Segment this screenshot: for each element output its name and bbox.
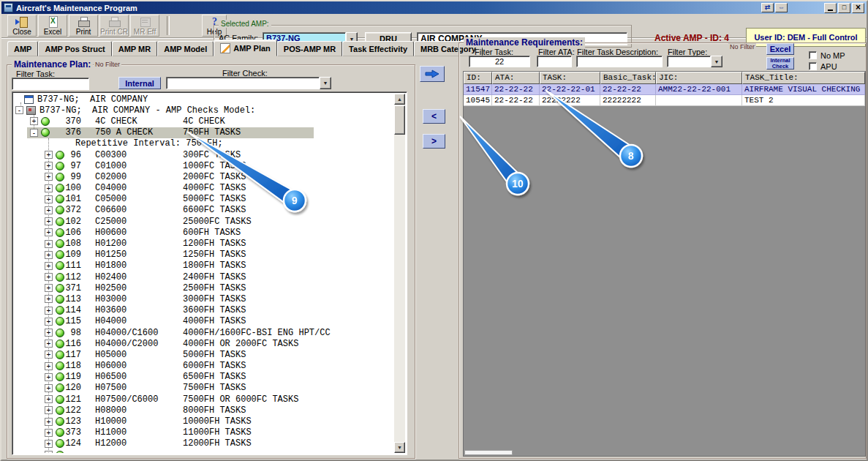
tree-scrollbar[interactable]: ▲ ▼ (394, 94, 405, 453)
tree-task-item[interactable]: 111 H01800 1800FH TASKS (14, 261, 394, 271)
scroll-up-button[interactable]: ▲ (394, 94, 405, 105)
expander-icon[interactable] (45, 406, 53, 414)
expander-icon[interactable] (15, 106, 23, 114)
expander-icon[interactable] (45, 307, 53, 315)
column-header[interactable]: Basic_Task: (600, 72, 656, 84)
tree-task-item[interactable]: 120 H07500 7500FH TASKS (14, 383, 394, 394)
tree-task-item[interactable]: 117 H05000 5000FH TASKS (14, 349, 394, 360)
tree-check-item[interactable]: 370 4C CHECK 4C CHECK (14, 116, 394, 127)
toolbar-button[interactable]: Excel (38, 15, 67, 37)
expander-icon[interactable] (45, 429, 53, 437)
tree-task-item[interactable]: 106 H00600 600FH TASKS (14, 227, 394, 238)
expander-icon[interactable] (45, 173, 53, 181)
expander-icon[interactable] (45, 373, 53, 381)
req-filter-type-dropdown-button[interactable]: ▼ (711, 56, 722, 67)
expander-icon[interactable] (45, 395, 53, 403)
expander-icon[interactable] (45, 217, 53, 225)
close-window-button[interactable]: × (852, 3, 864, 13)
expander-icon[interactable] (45, 295, 53, 303)
tree-task-item[interactable]: 108 H01200 1200FH TASKS (14, 238, 394, 249)
filter-task-input[interactable] (12, 78, 89, 90)
expander-icon[interactable] (45, 362, 53, 370)
tree-task-item[interactable]: 102 C25000 25000FC TASKS (14, 216, 394, 227)
expander-icon[interactable] (45, 440, 53, 448)
req-filter-ata-input[interactable] (537, 56, 572, 67)
no-mp-checkbox[interactable] (809, 51, 817, 59)
tab[interactable]: AMP (7, 41, 38, 56)
column-header[interactable]: JIC: (656, 72, 742, 84)
tree-task-item[interactable]: 122 H08000 8000FH TASKS (14, 405, 394, 416)
tree-task-item[interactable]: 115 H04000 4000FH TASKS (14, 316, 394, 327)
expander-icon[interactable] (45, 240, 53, 248)
tree-root-item[interactable]: B737-NG; AIR COMPANY (14, 94, 394, 105)
column-header[interactable]: TASK_Title: (742, 72, 865, 84)
column-header[interactable]: ATA: (492, 72, 540, 84)
tab[interactable]: AMP MR (112, 41, 157, 56)
toolbar-button[interactable]: Close (7, 15, 37, 37)
apu-checkbox[interactable] (809, 62, 817, 70)
tree-task-item[interactable]: 114 H03600 3600FH TASKS (14, 305, 394, 316)
tree-task-item[interactable]: 116 H04000/C2000 4000FH OR 2000FC TASKS (14, 338, 394, 349)
tree-task-item[interactable]: 112 H02400 2400FH TASKS (14, 271, 394, 282)
tab[interactable]: AMP Pos Struct (38, 41, 111, 56)
toolbar-button[interactable]: MR Eff (130, 15, 159, 37)
tab[interactable]: POS-AMP MR (277, 41, 342, 56)
column-header[interactable]: ID: (464, 72, 492, 84)
grid-footer-strip[interactable] (464, 450, 513, 455)
expander-icon[interactable] (45, 228, 53, 236)
req-filter-type-combo[interactable]: ▼ (667, 56, 722, 67)
expander-icon[interactable] (45, 384, 53, 392)
tree-task-item[interactable]: 124 H12000 12000FH TASKS (14, 438, 394, 449)
tab[interactable]: AMP Plan (214, 40, 277, 56)
tree-task-item[interactable]: 119 H06500 6500FH TASKS (14, 372, 394, 383)
expander-icon[interactable] (30, 117, 38, 125)
expander-icon[interactable] (45, 184, 53, 192)
tree-task-item[interactable]: 109 H01250 1250FH TASKS (14, 250, 394, 261)
req-filter-task-input[interactable] (469, 56, 530, 67)
expander-icon[interactable] (45, 418, 53, 426)
tree-task-item[interactable]: 99 C02000 2000FC TASKS (14, 171, 394, 182)
expander-icon[interactable] (45, 251, 53, 259)
req-excel-button[interactable]: Excel (766, 43, 794, 55)
expander-icon[interactable] (45, 273, 53, 281)
tree-task-item[interactable]: 372 C06600 6600FC TASKS (14, 205, 394, 216)
table-row[interactable]: 10545 22-22-22 22222222 22222222 TEST 2 (464, 95, 865, 106)
column-header[interactable]: TASK: (540, 72, 600, 84)
expander-icon[interactable] (45, 329, 53, 337)
minimize-button[interactable] (824, 3, 837, 13)
tree-task-item[interactable]: 371 H02500 2500FH TASKS (14, 282, 394, 293)
expander-icon[interactable] (45, 262, 53, 270)
tree-task-item[interactable]: 101 C05000 5000FC TASKS (14, 194, 394, 205)
table-row[interactable]: 11547 22-22-22 22-22-22-01 22-22-22 AMM2… (464, 84, 865, 95)
tree-task-item[interactable]: 98 H04000/C1600 4000FH/1600FC-BSI ENG HP… (14, 327, 394, 338)
scroll-down-button[interactable]: ▼ (394, 442, 405, 453)
internal-button[interactable]: Internal (118, 77, 161, 89)
filter-check-dropdown-button[interactable]: ▼ (320, 77, 331, 89)
filter-check-combo[interactable]: ▼ (166, 77, 331, 89)
internal-check-button[interactable]: Internal Check (766, 57, 794, 70)
expander-icon[interactable] (45, 151, 53, 159)
expander-icon[interactable] (45, 340, 53, 348)
expander-icon[interactable] (45, 195, 53, 203)
expander-icon[interactable] (45, 284, 53, 292)
tree-task-item[interactable]: 100 C04000 4000FC TASKS (14, 183, 394, 194)
tab[interactable]: AMP Model (157, 41, 214, 56)
toolbar-button[interactable]: Print CR (99, 15, 129, 37)
expander-icon[interactable] (30, 129, 38, 137)
req-filter-desc-input[interactable] (576, 56, 663, 67)
expander-icon[interactable] (45, 318, 53, 326)
expander-icon[interactable] (45, 162, 53, 170)
transfer-left-button[interactable]: < (423, 109, 445, 124)
tree-task-item[interactable]: 97 C01000 1000FC TASKS (14, 160, 394, 171)
scrollbar-thumb[interactable] (394, 105, 405, 135)
tree-task-item[interactable]: 96 C00300 300FC TASKS (14, 149, 394, 160)
tree-task-item[interactable]: 113 H03000 3000FH TASKS (14, 293, 394, 304)
restore-button[interactable]: □ (838, 3, 850, 13)
titlebar-tool-button-2[interactable]: ⇔ (775, 3, 788, 12)
transfer-right-button[interactable]: > (423, 134, 445, 149)
tree-task-item[interactable]: 118 H06000 6000FH TASKS (14, 361, 394, 372)
expander-icon[interactable] (45, 351, 53, 359)
expander-icon[interactable] (45, 206, 53, 214)
toolbar-button[interactable]: Print (69, 15, 98, 37)
tree-check-item[interactable]: 376 750 A CHECK 750FH TASKS (14, 127, 394, 138)
